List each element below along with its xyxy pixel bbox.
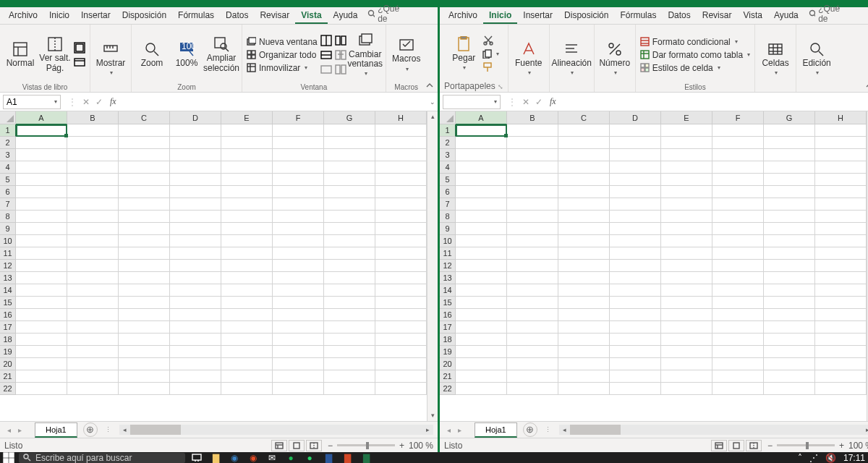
cell-C17[interactable]	[558, 321, 610, 334]
cell-G12[interactable]	[764, 260, 815, 272]
cell-G21[interactable]	[324, 370, 375, 383]
cell-G5[interactable]	[764, 174, 815, 186]
cell-C19[interactable]	[119, 346, 170, 358]
row-header-16[interactable]: 16	[440, 309, 456, 321]
cell-H3[interactable]	[815, 149, 867, 161]
cell-G20[interactable]	[764, 358, 815, 370]
cell-G19[interactable]	[764, 346, 815, 358]
word-icon[interactable]: ▇	[321, 453, 336, 463]
cell-B9[interactable]	[67, 223, 119, 235]
cell-F22[interactable]	[273, 383, 324, 395]
start-button[interactable]	[3, 452, 14, 463]
row-header-4[interactable]: 4	[440, 161, 456, 174]
sheet-nav-prev[interactable]: ▸	[15, 426, 25, 434]
cell-A15[interactable]	[456, 297, 507, 309]
cell-C6[interactable]	[119, 186, 170, 198]
cell-G3[interactable]	[324, 149, 375, 161]
cell-E20[interactable]	[661, 358, 712, 370]
fx-icon[interactable]: fx	[547, 96, 559, 107]
cell-F1[interactable]	[712, 124, 764, 137]
cell-G1[interactable]	[324, 124, 375, 137]
cell-D22[interactable]	[170, 383, 221, 395]
cell-E6[interactable]	[221, 186, 273, 198]
scroll-down-icon[interactable]: ▾	[427, 410, 438, 421]
cell-B11[interactable]	[67, 247, 119, 260]
cell-B1[interactable]	[507, 124, 558, 137]
tab-insertar[interactable]: Insertar	[75, 7, 116, 24]
tab-inicio[interactable]: Inicio	[483, 7, 517, 24]
cell-C18[interactable]	[119, 334, 170, 346]
cell-F5[interactable]	[273, 174, 324, 186]
formula-input[interactable]	[119, 95, 427, 109]
cell-A12[interactable]	[456, 260, 507, 272]
cell-A2[interactable]	[16, 137, 67, 149]
cell-F9[interactable]	[712, 223, 764, 235]
cell-H7[interactable]	[815, 198, 867, 211]
cell-E13[interactable]	[661, 272, 712, 284]
cell-C16[interactable]	[558, 309, 610, 321]
cell-F21[interactable]	[712, 370, 764, 383]
cell-G22[interactable]	[764, 383, 815, 395]
fx-icon[interactable]: fx	[107, 96, 119, 107]
cancel-formula-icon[interactable]: ✕	[522, 97, 529, 107]
collapse-ribbon-icon[interactable]	[864, 80, 868, 90]
row-header-2[interactable]: 2	[440, 137, 456, 149]
cell-B4[interactable]	[507, 161, 558, 174]
cell-A8[interactable]	[456, 211, 507, 223]
cell-D18[interactable]	[610, 334, 661, 346]
cell-E16[interactable]	[221, 309, 273, 321]
cell-D2[interactable]	[170, 137, 221, 149]
row-header-13[interactable]: 13	[0, 272, 16, 284]
cell-C9[interactable]	[558, 223, 610, 235]
cell-F1[interactable]	[273, 124, 324, 137]
cell-D8[interactable]	[170, 211, 221, 223]
tab-formulas[interactable]: Fórmulas	[172, 7, 220, 24]
cell-G13[interactable]	[764, 272, 815, 284]
cell-H13[interactable]	[375, 272, 427, 284]
row-header-1[interactable]: 1	[0, 124, 16, 137]
cell-D14[interactable]	[610, 284, 661, 297]
cell-C8[interactable]	[119, 211, 170, 223]
cell-D22[interactable]	[610, 383, 661, 395]
edge-icon[interactable]: ◉	[227, 453, 242, 463]
cell-H10[interactable]	[815, 235, 867, 247]
cell-B1[interactable]	[67, 124, 119, 137]
cell-G14[interactable]	[764, 284, 815, 297]
row-header-12[interactable]: 12	[0, 260, 16, 272]
clock[interactable]: 17:11	[843, 453, 865, 463]
col-header-C[interactable]: C	[558, 111, 610, 124]
row-header-3[interactable]: 3	[440, 149, 456, 161]
row-header-7[interactable]: 7	[440, 198, 456, 211]
cell-C13[interactable]	[119, 272, 170, 284]
cell-A14[interactable]	[456, 284, 507, 297]
cell-C21[interactable]	[119, 370, 170, 383]
cell-C12[interactable]	[119, 260, 170, 272]
cell-H19[interactable]	[815, 346, 867, 358]
cell-H10[interactable]	[375, 235, 427, 247]
cell-A17[interactable]	[16, 321, 67, 334]
row-header-13[interactable]: 13	[440, 272, 456, 284]
cell-C11[interactable]	[558, 247, 610, 260]
cell-H4[interactable]	[815, 161, 867, 174]
cell-E15[interactable]	[661, 297, 712, 309]
cell-H12[interactable]	[375, 260, 427, 272]
cell-A16[interactable]	[456, 309, 507, 321]
cell-F14[interactable]	[712, 284, 764, 297]
row-header-22[interactable]: 22	[440, 383, 456, 395]
select-all-cell[interactable]	[440, 111, 456, 124]
cell-F13[interactable]	[273, 272, 324, 284]
cell-G15[interactable]	[764, 297, 815, 309]
cell-C8[interactable]	[558, 211, 610, 223]
cell-E14[interactable]	[661, 284, 712, 297]
cell-H11[interactable]	[815, 247, 867, 260]
cell-B20[interactable]	[67, 358, 119, 370]
freeze-panes-button[interactable]: Inmovilizar▾	[247, 63, 307, 73]
cell-E22[interactable]	[661, 383, 712, 395]
cell-B4[interactable]	[67, 161, 119, 174]
cell-A15[interactable]	[16, 297, 67, 309]
tab-vista[interactable]: Vista	[737, 7, 767, 24]
cell-E21[interactable]	[221, 370, 273, 383]
cut-icon[interactable]	[482, 35, 494, 46]
zoom-level[interactable]: 100 %	[848, 441, 868, 451]
cell-F22[interactable]	[712, 383, 764, 395]
